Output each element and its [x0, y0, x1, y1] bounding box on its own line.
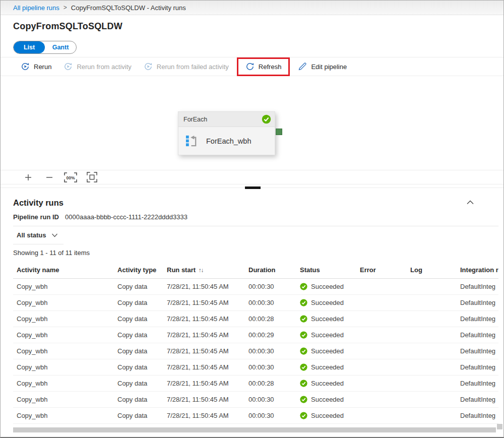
duration-cell: 00:00:29 [248, 331, 300, 339]
duration-cell: 00:00:30 [248, 283, 300, 290]
succeeded-status-icon [300, 412, 307, 419]
splitter-handle[interactable] [245, 186, 261, 189]
pipeline-run-id-row: Pipeline run ID 0000aaaa-bbbb-cccc-1111-… [13, 212, 498, 221]
status-text: Succeeded [311, 347, 344, 355]
activity-name-cell: Copy_wbh [17, 363, 117, 371]
rerun-from-failed-activity-button[interactable]: Rerun from failed activity [138, 59, 235, 74]
table-row[interactable]: Copy_wbh Copy data 7/28/21, 11:50:45 AM … [13, 343, 498, 359]
node-output-connector[interactable] [276, 129, 282, 135]
title-row: CopyFromSQLToSQLDW [13, 21, 503, 33]
integration-runtime-cell: DefaultInteg [460, 363, 498, 371]
view-toggle: List Gantt [13, 41, 77, 54]
zoom-100-button[interactable]: 00% [63, 171, 78, 183]
succeeded-status-icon [300, 283, 307, 290]
column-integration-runtime[interactable]: Integration ru [460, 266, 498, 274]
activity-type-cell: Copy data [117, 412, 167, 419]
status-cell: Succeeded [300, 299, 360, 306]
column-status[interactable]: Status [300, 266, 360, 274]
list-view-button[interactable]: List [14, 41, 45, 53]
status-text: Succeeded [311, 363, 344, 371]
zoom-in-button[interactable] [21, 171, 36, 183]
activity-name-cell: Copy_wbh [17, 283, 117, 290]
breadcrumb: All pipeline runs > CopyFromSQLToSQLDW -… [1, 1, 503, 15]
column-run-start[interactable]: Run start ↑↓ [167, 266, 248, 274]
duration-cell: 00:00:30 [248, 412, 300, 419]
foreach-activity-node[interactable]: ForEach ForEach_wbh [178, 111, 275, 155]
activity-type-cell: Copy data [117, 396, 167, 403]
activity-name-cell: Copy_wbh [17, 299, 117, 306]
all-status-dropdown[interactable]: All status [13, 226, 64, 244]
foreach-node-name: ForEach_wbh [206, 137, 251, 145]
status-text: Succeeded [311, 283, 344, 290]
duration-cell: 00:00:28 [248, 380, 300, 387]
rerun-from-activity-button[interactable]: Rerun from activity [57, 59, 137, 74]
table-row[interactable]: Copy_wbh Copy data 7/28/21, 11:50:45 AM … [13, 327, 498, 343]
succeeded-status-icon [300, 315, 307, 323]
refresh-highlight-box: Refresh [237, 57, 290, 76]
activity-type-cell: Copy data [117, 380, 167, 387]
status-cell: Succeeded [300, 331, 360, 339]
collapse-section-button[interactable] [465, 198, 476, 208]
status-text: Succeeded [311, 299, 344, 306]
chevron-down-icon [51, 232, 58, 238]
integration-runtime-cell: DefaultInteg [460, 315, 498, 323]
table-row[interactable]: Copy_wbh Copy data 7/28/21, 11:50:45 AM … [13, 279, 498, 295]
activity-type-cell: Copy data [117, 347, 167, 355]
pane-splitter[interactable] [1, 187, 503, 188]
integration-runtime-cell: DefaultInteg [460, 347, 498, 355]
integration-runtime-cell: DefaultInteg [460, 299, 498, 306]
edit-pencil-icon [298, 62, 307, 71]
table-row[interactable]: Copy_wbh Copy data 7/28/21, 11:50:45 AM … [13, 392, 498, 408]
rerun-label: Rerun [34, 63, 51, 71]
succeeded-status-icon [300, 363, 307, 371]
chevron-up-icon [466, 199, 475, 205]
refresh-button[interactable]: Refresh [239, 59, 288, 74]
gantt-view-button[interactable]: Gantt [45, 41, 76, 53]
status-cell: Succeeded [300, 363, 360, 371]
table-row[interactable]: Copy_wbh Copy data 7/28/21, 11:50:45 AM … [13, 408, 498, 424]
plus-icon [24, 173, 32, 181]
status-cell: Succeeded [300, 283, 360, 290]
table-row[interactable]: Copy_wbh Copy data 7/28/21, 11:50:45 AM … [13, 311, 498, 327]
run-start-cell: 7/28/21, 11:50:45 AM [167, 331, 248, 339]
zoom-fit-button[interactable] [84, 171, 99, 183]
succeeded-status-icon [300, 299, 307, 306]
activity-type-cell: Copy data [117, 283, 167, 290]
column-log[interactable]: Log [410, 266, 460, 274]
table-row[interactable]: Copy_wbh Copy data 7/28/21, 11:50:45 AM … [13, 359, 498, 376]
column-activity-type[interactable]: Activity type [117, 266, 167, 274]
foreach-node-header: ForEach [178, 112, 275, 127]
foreach-node-type-label: ForEach [183, 116, 207, 123]
column-duration[interactable]: Duration [248, 266, 300, 274]
svg-text:00%: 00% [66, 175, 75, 180]
zoom-out-button[interactable] [42, 171, 57, 183]
rerun-from-failed-activity-icon [144, 62, 153, 71]
foreach-node-body: ForEach_wbh [178, 127, 275, 155]
activity-type-cell: Copy data [117, 363, 167, 371]
screen: All pipeline runs > CopyFromSQLToSQLDW -… [0, 0, 504, 438]
column-error[interactable]: Error [360, 266, 410, 274]
run-start-cell: 7/28/21, 11:50:45 AM [167, 347, 248, 355]
succeeded-status-icon [300, 380, 307, 387]
zoom-toolbar: 00% [1, 170, 503, 184]
succeeded-status-icon [300, 331, 307, 339]
table-row[interactable]: Copy_wbh Copy data 7/28/21, 11:50:45 AM … [13, 376, 498, 392]
activity-type-cell: Copy data [117, 331, 167, 339]
activity-name-cell: Copy_wbh [17, 315, 117, 323]
succeeded-status-icon [300, 347, 307, 355]
all-status-label: All status [17, 231, 46, 239]
status-text: Succeeded [311, 412, 344, 419]
run-start-cell: 7/28/21, 11:50:45 AM [167, 315, 248, 323]
table-row[interactable]: Copy_wbh Copy data 7/28/21, 11:50:45 AM … [13, 295, 498, 311]
breadcrumb-link-all-pipeline-runs[interactable]: All pipeline runs [13, 4, 59, 12]
rerun-button[interactable]: Rerun [15, 59, 57, 74]
duration-cell: 00:00:30 [248, 396, 300, 403]
edit-pipeline-button[interactable]: Edit pipeline [292, 59, 353, 74]
column-activity-name[interactable]: Activity name [17, 266, 117, 274]
activity-type-cell: Copy data [117, 315, 167, 323]
succeeded-check-icon [262, 114, 271, 124]
rerun-icon [21, 62, 30, 71]
pipeline-canvas: ForEach ForEach_wbh [1, 76, 503, 170]
activity-runs-header: Activity runs [13, 196, 498, 209]
horizontal-scrollbar-thumb[interactable] [13, 427, 496, 432]
